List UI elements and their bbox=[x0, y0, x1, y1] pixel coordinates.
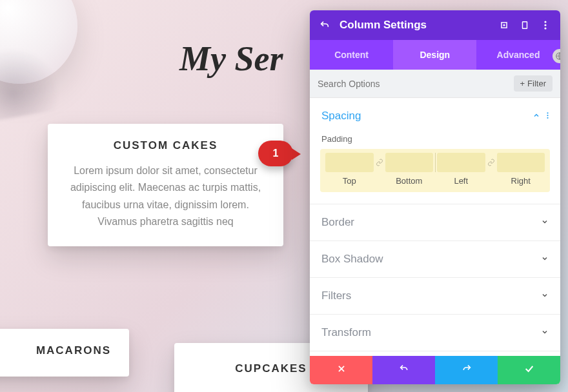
padding-bottom-input[interactable] bbox=[385, 153, 434, 172]
panel-title: Column Settings bbox=[340, 19, 489, 32]
chevron-down-icon bbox=[541, 218, 549, 228]
link-icon[interactable] bbox=[374, 159, 385, 166]
more-icon[interactable] bbox=[540, 21, 551, 30]
section-label: Filters bbox=[321, 289, 351, 302]
tab-advanced[interactable]: Advanced bbox=[476, 40, 560, 70]
search-input[interactable] bbox=[318, 79, 514, 89]
undo-icon bbox=[399, 364, 409, 377]
panel-tabs: Content Design Advanced bbox=[310, 40, 560, 70]
more-icon[interactable] bbox=[547, 110, 549, 122]
search-row: + Filter bbox=[310, 70, 560, 98]
plus-icon: + bbox=[520, 79, 525, 88]
section-label: Border bbox=[321, 216, 354, 229]
panel-footer bbox=[310, 356, 560, 384]
card-title: CUSTOM CAKES bbox=[66, 139, 265, 152]
padding-heading: Padding bbox=[321, 134, 550, 144]
svg-rect-2 bbox=[523, 22, 527, 29]
section-spacing: Spacing Padding bbox=[310, 98, 560, 204]
padding-left-label: Left bbox=[437, 176, 485, 186]
card-macarons[interactable]: MACARONS bbox=[0, 329, 129, 377]
undo-icon[interactable] bbox=[319, 20, 330, 30]
chevron-down-icon bbox=[541, 328, 549, 338]
redo-icon bbox=[462, 364, 472, 377]
undo-button[interactable] bbox=[372, 356, 435, 384]
section-head-border[interactable]: Border bbox=[310, 204, 560, 240]
section-label: Spacing bbox=[321, 110, 361, 122]
card-custom-cakes[interactable]: CUSTOM CAKES Lorem ipsum dolor sit amet,… bbox=[48, 124, 283, 246]
section-label: Transform bbox=[321, 326, 371, 339]
chevron-down-icon bbox=[541, 291, 549, 301]
section-border: Border bbox=[310, 204, 560, 241]
section-transform: Transform bbox=[310, 315, 560, 351]
tablet-preview-icon[interactable] bbox=[519, 21, 531, 30]
section-box-shadow: Box Shadow bbox=[310, 241, 560, 278]
tab-design[interactable]: Design bbox=[393, 40, 476, 70]
page-heading: My Ser bbox=[179, 39, 283, 79]
panel-header: Column Settings bbox=[310, 10, 560, 40]
annotation-pointer-1: 1 bbox=[258, 141, 293, 166]
section-head-filters[interactable]: Filters bbox=[310, 278, 560, 314]
padding-controls: Padding Top bbox=[310, 134, 560, 204]
expand-icon[interactable] bbox=[498, 21, 510, 30]
svg-point-4 bbox=[544, 21, 546, 23]
annotation-number: 1 bbox=[273, 148, 279, 159]
chevron-down-icon bbox=[541, 255, 549, 264]
svg-point-9 bbox=[547, 115, 548, 116]
svg-point-5 bbox=[544, 24, 546, 26]
card-body: Lorem ipsum dolor sit amet, consectetur … bbox=[66, 162, 265, 231]
svg-point-1 bbox=[503, 24, 505, 26]
section-head-spacing[interactable]: Spacing bbox=[310, 98, 560, 134]
section-head-box-shadow[interactable]: Box Shadow bbox=[310, 241, 560, 277]
column-settings-panel: Column Settings Content Design Advanced … bbox=[310, 10, 560, 384]
check-icon bbox=[524, 364, 534, 377]
chevron-up-icon bbox=[532, 112, 540, 121]
padding-right-label: Right bbox=[497, 176, 545, 186]
padding-grid: Top Bottom Left Right bbox=[320, 149, 550, 192]
section-label: Box Shadow bbox=[321, 253, 383, 266]
page-canvas: My Ser CUSTOM CAKES Lorem ipsum dolor si… bbox=[0, 0, 568, 392]
divider bbox=[435, 153, 436, 172]
tab-content[interactable]: Content bbox=[310, 40, 393, 70]
filter-button[interactable]: + Filter bbox=[514, 75, 553, 92]
padding-right-input[interactable] bbox=[497, 153, 545, 172]
panel-body[interactable]: Spacing Padding bbox=[310, 98, 560, 356]
card-title: MACARONS bbox=[0, 344, 111, 357]
svg-point-8 bbox=[547, 112, 548, 113]
padding-bottom-label: Bottom bbox=[385, 176, 434, 186]
section-head-transform[interactable]: Transform bbox=[310, 315, 560, 351]
svg-point-6 bbox=[544, 27, 546, 29]
close-icon bbox=[337, 364, 346, 376]
cancel-button[interactable] bbox=[310, 356, 372, 384]
filter-label: Filter bbox=[527, 79, 546, 88]
section-filters: Filters bbox=[310, 278, 560, 315]
padding-top-input[interactable] bbox=[325, 153, 374, 172]
padding-top-label: Top bbox=[325, 176, 374, 186]
save-button[interactable] bbox=[498, 356, 560, 384]
redo-button[interactable] bbox=[435, 356, 498, 384]
svg-point-10 bbox=[547, 117, 548, 119]
padding-left-input[interactable] bbox=[437, 153, 485, 172]
link-icon[interactable] bbox=[485, 159, 497, 166]
